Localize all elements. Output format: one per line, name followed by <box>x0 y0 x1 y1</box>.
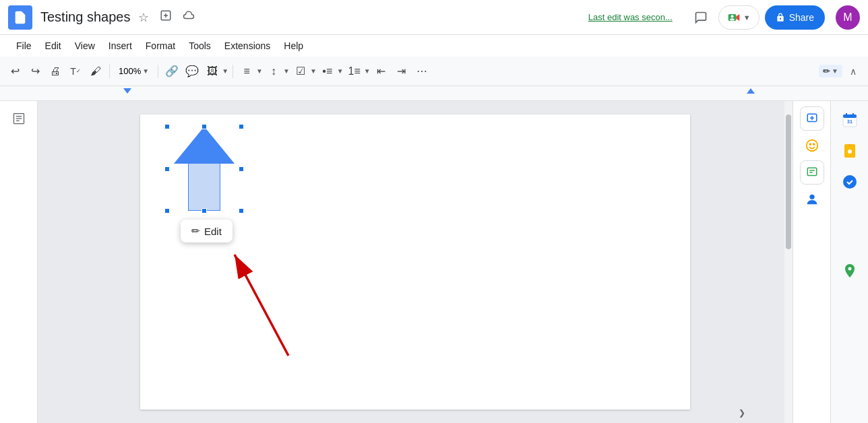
svg-point-16 <box>813 143 814 145</box>
undo-button[interactable]: ↩ <box>5 62 24 81</box>
right-panel <box>793 101 830 423</box>
svg-rect-20 <box>843 115 857 118</box>
checklist-group[interactable]: ☑ ▼ <box>291 62 317 81</box>
align-arrow: ▼ <box>256 67 263 75</box>
svg-text:31: 31 <box>847 119 852 124</box>
google-tasks-icon[interactable] <box>836 168 863 195</box>
bullet-list-arrow: ▼ <box>337 67 344 75</box>
menu-tools[interactable]: Tools <box>183 38 216 54</box>
person-icon[interactable] <box>800 187 824 212</box>
ruler <box>0 86 868 101</box>
google-keep-icon[interactable] <box>836 137 863 164</box>
google-calendar-icon[interactable]: 31 <box>836 106 863 133</box>
edit-tooltip[interactable]: ✏ Edit <box>181 220 232 242</box>
menu-view[interactable]: View <box>69 38 100 54</box>
insert-image-button[interactable]: 🖼 <box>203 62 222 81</box>
svg-marker-2 <box>736 14 739 21</box>
align-group[interactable]: ≡ ▼ <box>237 62 263 81</box>
selection-box <box>167 127 241 211</box>
checklist-arrow: ▼ <box>310 67 317 75</box>
handle-middle-right[interactable] <box>239 166 244 172</box>
google-services-sidebar: 31 <box>830 101 868 423</box>
star-icon[interactable]: ☆ <box>135 7 152 28</box>
bullet-list-group[interactable]: •≡ ▼ <box>318 62 344 81</box>
ruler-left-indent[interactable] <box>123 88 131 94</box>
toolbar-separator-3 <box>232 65 233 78</box>
handle-bottom-right[interactable] <box>239 208 244 214</box>
more-options-button[interactable]: ⋯ <box>412 62 431 81</box>
menu-extensions[interactable]: Extensions <box>219 38 276 54</box>
title-bar: Testing shapes ☆ Last edit was secon... … <box>0 0 868 35</box>
handle-top-right[interactable] <box>239 124 244 129</box>
redo-button[interactable]: ↪ <box>26 62 44 81</box>
decrease-indent-button[interactable]: ⇤ <box>372 62 391 81</box>
menu-edit[interactable]: Edit <box>40 38 67 54</box>
handle-bottom-left[interactable] <box>164 208 170 214</box>
handle-top-left[interactable] <box>164 124 170 129</box>
align-button[interactable]: ≡ <box>237 62 256 81</box>
svg-point-15 <box>809 143 811 145</box>
ruler-right-indent[interactable] <box>747 88 755 94</box>
menu-format[interactable]: Format <box>140 38 181 54</box>
insert-comment-button[interactable]: 💬 <box>183 62 202 81</box>
left-sidebar <box>0 101 38 423</box>
last-edit-status[interactable]: Last edit was secon... <box>588 12 673 22</box>
docs-logo <box>8 5 32 30</box>
scrollbar-thumb[interactable] <box>786 115 791 249</box>
zoom-value: 100% <box>119 66 141 76</box>
svg-point-28 <box>848 267 851 271</box>
line-spacing-group[interactable]: ↕ ▼ <box>264 62 290 81</box>
bullet-list-button[interactable]: •≡ <box>318 62 337 81</box>
arrow-head-outline <box>174 127 235 164</box>
insert-image-group[interactable]: 🖼 ▼ <box>203 62 228 81</box>
outline-icon[interactable] <box>7 106 31 131</box>
pen-icon: ✏ <box>823 66 830 76</box>
numbered-list-button[interactable]: 1≡ <box>345 62 364 81</box>
collapse-toolbar-button[interactable]: ∧ <box>844 62 863 81</box>
pen-arrow: ▼ <box>832 67 838 75</box>
toolbar-separator-1 <box>109 65 110 78</box>
handle-top-middle[interactable] <box>202 124 207 129</box>
handle-bottom-middle[interactable] <box>202 208 207 214</box>
menu-file[interactable]: File <box>11 38 37 54</box>
menu-help[interactable]: Help <box>278 38 309 54</box>
suggest-icon[interactable] <box>800 160 824 185</box>
arrow-shape[interactable] <box>167 127 241 211</box>
scrollbar-track[interactable] <box>784 101 793 423</box>
expand-panel-button[interactable]: ❯ <box>739 408 745 418</box>
move-to-drive-icon[interactable] <box>157 7 175 28</box>
comments-button[interactable] <box>689 5 713 30</box>
checklist-button[interactable]: ☑ <box>291 62 310 81</box>
toolbar-separator-2 <box>158 65 158 78</box>
cloud-save-icon[interactable] <box>180 7 197 28</box>
zoom-selector[interactable]: 100% ▼ <box>114 64 154 78</box>
menu-insert[interactable]: Insert <box>103 38 137 54</box>
document-area[interactable]: ✏ Edit <box>38 101 793 423</box>
svg-point-25 <box>848 150 852 154</box>
spell-check-button[interactable]: T✓ <box>66 62 85 81</box>
increase-indent-button[interactable]: ⇥ <box>392 62 411 81</box>
insert-link-button[interactable]: 🔗 <box>162 62 181 81</box>
print-button[interactable]: 🖨 <box>46 62 65 81</box>
toolbar: ↩ ↪ 🖨 T✓ 🖌 100% ▼ 🔗 💬 🖼 ▼ ≡ ▼ ↕ ▼ ☑ ▼ •≡… <box>0 57 868 86</box>
line-spacing-button[interactable]: ↕ <box>264 62 283 81</box>
add-comment-button[interactable] <box>800 106 824 131</box>
meet-button[interactable]: ▼ <box>718 5 760 30</box>
document-page: ✏ Edit <box>140 115 690 410</box>
svg-rect-26 <box>848 144 851 146</box>
pencil-icon: ✏ <box>191 225 200 237</box>
numbered-list-group[interactable]: 1≡ ▼ <box>345 62 371 81</box>
google-maps-icon[interactable] <box>836 257 863 284</box>
shape-container[interactable]: ✏ Edit <box>167 127 241 214</box>
user-avatar[interactable]: M <box>836 5 860 30</box>
handle-middle-left[interactable] <box>164 166 170 172</box>
svg-point-14 <box>806 140 817 152</box>
svg-point-3 <box>731 15 733 18</box>
edit-label: Edit <box>204 226 222 237</box>
pen-tool-button[interactable]: ✏ ▼ <box>819 65 842 77</box>
paint-format-button[interactable]: 🖌 <box>86 62 105 81</box>
emoji-button[interactable] <box>800 133 824 158</box>
share-button[interactable]: Share <box>765 5 825 30</box>
svg-point-4 <box>730 18 735 20</box>
line-spacing-arrow: ▼ <box>283 67 290 75</box>
